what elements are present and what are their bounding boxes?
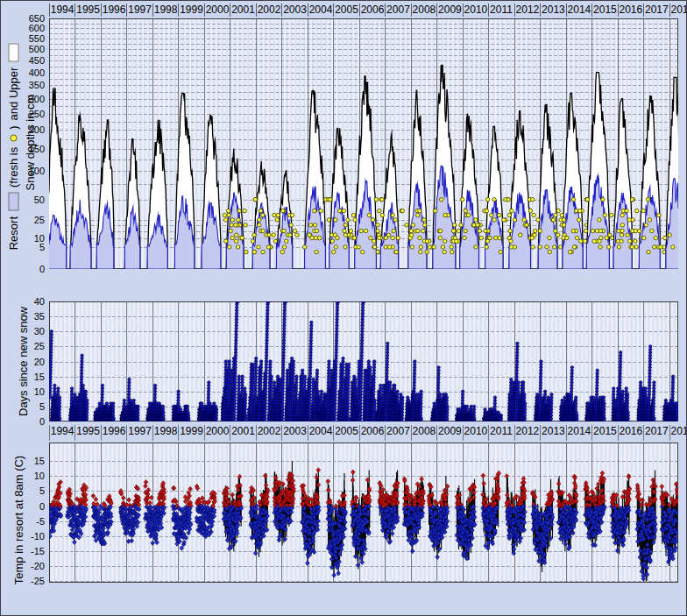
- y-tick-label: 0: [39, 501, 45, 512]
- year-label: 2012: [516, 425, 540, 437]
- days-since-snow-canvas: [49, 301, 678, 421]
- y-tick-label: 10: [34, 386, 45, 397]
- year-label: 2010: [464, 4, 488, 16]
- y-tick-label: -15: [31, 546, 45, 556]
- year-label: 2008: [413, 425, 436, 437]
- year-label: 2002: [258, 4, 281, 16]
- mid-year-axis: 1994199519961997199819992000200120022003…: [49, 424, 687, 441]
- year-label: 2000: [206, 425, 230, 437]
- fresh-label-suffix: ): [7, 125, 20, 129]
- year-label: 2005: [335, 4, 358, 16]
- y-tick-label: 25: [34, 341, 45, 351]
- upper-label: and Upper: [7, 67, 20, 121]
- y-tick-label: 20: [34, 357, 45, 367]
- year-label: 2012: [516, 4, 540, 16]
- year-label: 2011: [490, 425, 513, 437]
- y-tick-label: 0: [39, 264, 45, 274]
- year-label: 2016: [620, 425, 643, 437]
- year-label: 2018: [671, 425, 687, 437]
- year-label: 2014: [568, 4, 591, 16]
- year-label: 2006: [361, 4, 385, 16]
- resort-label: Resort: [7, 216, 20, 250]
- year-label: 1997: [128, 425, 152, 437]
- year-label: 2008: [413, 4, 436, 16]
- top-year-axis: 1994199519961997199819992000200120022003…: [49, 3, 687, 18]
- snow-depth-canvas: [49, 18, 678, 269]
- y-tick-label: 450: [29, 55, 45, 66]
- year-label: 2014: [568, 425, 591, 437]
- upper-swatch-icon: [8, 44, 18, 62]
- year-label: 2003: [283, 4, 307, 16]
- year-label: 2004: [309, 425, 333, 437]
- y-tick-label: 15: [34, 456, 45, 466]
- year-label: 1996: [103, 4, 126, 16]
- resort-swatch-icon: [8, 193, 18, 211]
- y-tick-label: 5: [39, 401, 45, 412]
- year-label: 2016: [620, 4, 643, 16]
- y-tick-label: 650: [29, 13, 45, 24]
- y-tick-label: -5: [36, 516, 45, 527]
- year-label: 2007: [386, 425, 410, 437]
- year-label: 2004: [309, 4, 333, 16]
- year-label: 1998: [154, 425, 178, 437]
- year-label: 2013: [542, 4, 565, 16]
- y-tick-label: 500: [29, 44, 45, 54]
- y-tick-label: -25: [31, 576, 45, 586]
- year-label: 1995: [76, 425, 100, 437]
- year-label: 2011: [490, 4, 513, 16]
- y-tick-label: 5: [39, 485, 45, 496]
- year-label: 1994: [51, 425, 74, 437]
- temperature-canvas: [49, 443, 678, 583]
- y-tick-label: -20: [31, 561, 45, 571]
- year-label: 2017: [645, 425, 669, 437]
- year-label: 2003: [283, 425, 307, 437]
- year-label: 1996: [103, 425, 126, 437]
- year-label: 2009: [438, 4, 462, 16]
- y-tick-label: 25: [34, 215, 45, 225]
- y-tick-label: 15: [34, 372, 45, 382]
- year-label: 2001: [231, 4, 255, 16]
- y-tick-label: 40: [34, 296, 45, 307]
- year-label: 1997: [128, 4, 152, 16]
- snow-depth-axis-legend: Resort (fresh is ) and Upper: [6, 20, 21, 274]
- y-tick-label: 550: [29, 33, 45, 44]
- fresh-snow-marker-icon: [10, 135, 17, 142]
- y-tick-label: 35: [34, 311, 45, 322]
- y-tick-label: 10: [34, 471, 45, 481]
- year-label: 2002: [258, 425, 281, 437]
- days-since-snow-label: Days since new snow: [16, 291, 31, 433]
- year-label: 2007: [386, 4, 410, 16]
- y-tick-label: 0: [39, 416, 45, 427]
- year-label: 2010: [464, 425, 488, 437]
- year-label: 2000: [206, 4, 230, 16]
- year-label: 1999: [180, 4, 203, 16]
- year-label: 1998: [154, 4, 178, 16]
- year-label: 2009: [438, 425, 462, 437]
- y-tick-label: 5: [39, 242, 45, 252]
- y-tick-label: 30: [34, 326, 45, 336]
- snow-history-chart: 1994199519961997199819992000200120022003…: [0, 0, 687, 616]
- snow-depth-unit-label: Snow depths in cm: [23, 76, 38, 209]
- year-label: 2015: [593, 425, 617, 437]
- temperature-label: Temp in resort at 8am (C): [11, 435, 26, 606]
- year-label: 2018: [671, 4, 687, 16]
- year-label: 1999: [180, 425, 203, 437]
- year-label: 2015: [593, 4, 617, 16]
- year-label: 2013: [542, 425, 565, 437]
- y-tick-label: 600: [29, 23, 45, 33]
- year-label: 2005: [335, 425, 358, 437]
- y-tick-label: -10: [31, 531, 45, 542]
- fresh-label-prefix: (fresh is: [7, 147, 20, 188]
- year-label: 1995: [76, 4, 100, 16]
- year-label: 2006: [361, 425, 385, 437]
- year-label: 2001: [231, 425, 255, 437]
- year-label: 2017: [645, 4, 669, 16]
- year-label: 1994: [51, 4, 74, 16]
